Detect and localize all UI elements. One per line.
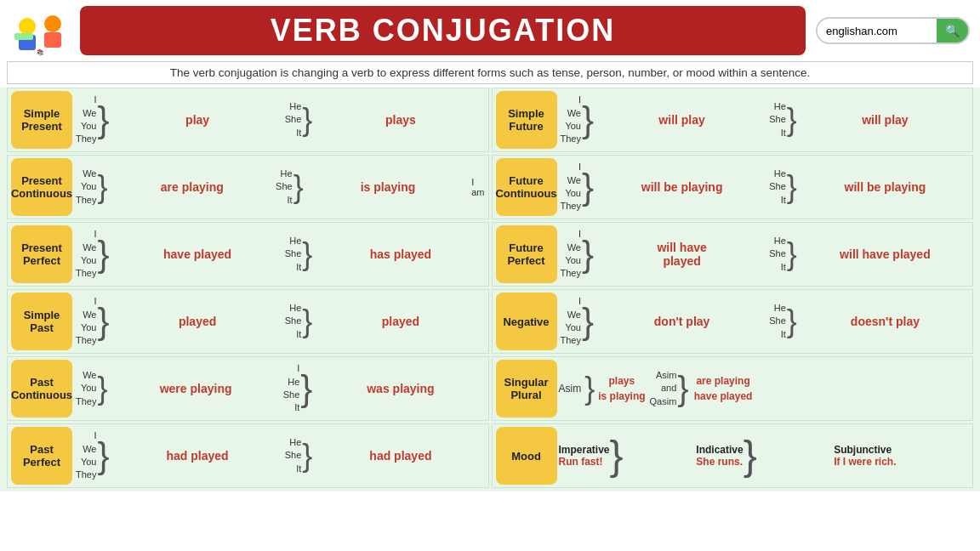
pronoun-list: HeSheIt <box>769 235 786 274</box>
brace-icon: } <box>302 105 312 135</box>
brace-icon: } <box>97 172 107 202</box>
search-input[interactable] <box>818 21 937 41</box>
pronoun-list: IWeYouThey <box>76 295 96 348</box>
pronoun-group: IWeYouThey } <box>76 429 111 482</box>
brace-icon: } <box>787 306 797 337</box>
tense-row-mood: Mood Imperative Run fast! } Indicative <box>492 423 974 488</box>
mood-example: If I were rich. <box>834 456 896 468</box>
pronoun-group: WeYouThey } <box>76 168 109 207</box>
title-box: VERB CONJUGATION <box>80 6 806 55</box>
tense-row: SimpleFuture IWeYouThey } will play HeSh… <box>492 88 974 152</box>
verb-form-1: will be playing <box>598 180 766 194</box>
tense-label: PastPerfect <box>11 427 72 485</box>
verb-form-1: play <box>114 113 282 127</box>
pronoun-group: IWeYouThey } <box>561 94 595 146</box>
svg-point-1 <box>44 15 61 32</box>
pronoun-group: HeSheIt } <box>285 302 314 341</box>
tense-row: PastPerfect IWeYouThey } had played HeSh… <box>7 423 489 488</box>
verb-form-2: will be playing <box>801 180 969 194</box>
pronoun-list: IWeYouThey <box>561 295 581 348</box>
verb-form-1: were playing <box>112 382 280 395</box>
verb-form-2: is playing <box>308 180 469 194</box>
tense-label: Negative <box>496 293 557 350</box>
brace-icon: } <box>97 304 109 339</box>
verb-form-2: played <box>316 315 484 328</box>
search-button[interactable]: 🔍 <box>937 19 968 43</box>
pronoun-list: WeYouThey <box>76 168 96 207</box>
pronoun-list: HeSheIt <box>285 100 302 139</box>
verb-form-2: will play <box>801 113 969 127</box>
subtitle: The verb conjugation is changing a verb … <box>7 61 973 84</box>
mood-item: Imperative Run fast! } <box>559 435 694 476</box>
pronoun-list: IWeYouThey <box>561 161 581 213</box>
brace-icon: } <box>97 236 109 272</box>
tense-row: PresentPerfect IWeYouThey } have played … <box>7 222 489 287</box>
mood-title: Imperative <box>559 444 610 456</box>
mood-brace: } <box>744 435 757 476</box>
pronoun-list: HeSheIt <box>769 302 786 341</box>
brace-icon: } <box>582 102 594 138</box>
brace-icon: } <box>97 102 109 138</box>
tense-row-sp: SingularPlural Asim } playsis playing As… <box>492 356 974 421</box>
plural-names-group: AsimandQasim } <box>650 369 690 408</box>
pronoun-list: IHeSheIt <box>283 362 300 415</box>
pronoun-list: IWeYouThey <box>561 228 581 281</box>
pronoun-list: HeSheIt <box>769 168 786 207</box>
pronoun-group: HeSheIt } <box>769 302 798 341</box>
pronoun-list: HeSheIt <box>276 168 293 207</box>
tense-row: SimplePast IWeYouThey } played HeSheIt }… <box>7 289 489 354</box>
pronoun-list: IWeYouThey <box>76 429 96 482</box>
tense-row: FutureContinuous IWeYouThey } will be pl… <box>492 155 974 219</box>
search-bar[interactable]: 🔍 <box>816 17 970 44</box>
tense-row: PastContinuous WeYouThey } were playing … <box>7 356 489 421</box>
mood-item: Subjunctive If I were rich. <box>834 444 969 468</box>
mood-text-group: Subjunctive If I were rich. <box>834 444 896 468</box>
pronoun-group: IWeYouThey } <box>76 295 111 348</box>
pronoun-list: HeSheIt <box>285 235 302 274</box>
verb-form-2: was playing <box>316 382 484 395</box>
pronoun-group: WeYouThey } <box>76 369 109 408</box>
tense-label: PresentContinuous <box>11 158 72 216</box>
pronoun-group: IWeYouThey } <box>561 295 595 348</box>
pronoun-group: HeSheIt } <box>285 235 314 274</box>
pronoun-group: HeSheIt } <box>769 235 798 274</box>
pronoun-list: WeYouThey <box>76 369 96 408</box>
pronoun-list: HeSheIt <box>769 100 786 139</box>
tense-row: SimplePresent IWeYouThey } play HeSheIt … <box>7 88 489 152</box>
pronoun-group: HeSheIt } <box>285 100 314 139</box>
pronoun-list: HeSheIt <box>285 436 302 475</box>
verb-form-2: had played <box>316 449 484 463</box>
plural-names: AsimandQasim <box>650 369 677 408</box>
pronoun-group: IHeSheIt } <box>283 362 314 415</box>
brace-icon: } <box>300 371 312 406</box>
tense-row: Negative IWeYouThey } don't play HeSheIt… <box>492 289 974 354</box>
pronoun-group: HeSheIt } <box>276 168 305 207</box>
pronoun-group: IWeYouThey } <box>76 228 111 281</box>
mood-title: Subjunctive <box>834 444 896 456</box>
brace-icon: } <box>787 172 797 202</box>
page-title: VERB CONJUGATION <box>271 13 615 48</box>
mood-example: She runs. <box>696 456 743 468</box>
tense-label: FutureContinuous <box>496 158 557 216</box>
singular-forms: playsis playing <box>598 373 645 404</box>
pronoun-group: IWeYouThey } <box>561 228 595 281</box>
mood-brace: } <box>610 435 624 476</box>
tense-row: FuturePerfect IWeYouThey } will have pla… <box>492 222 974 287</box>
svg-rect-4 <box>14 33 33 40</box>
brace-icon: } <box>302 306 312 337</box>
verb-form-1: don't play <box>598 315 766 328</box>
svg-text:📚: 📚 <box>37 48 44 56</box>
brace-icon: } <box>787 239 797 270</box>
brace-icon: } <box>302 239 312 270</box>
brace-icon: } <box>97 373 107 404</box>
extra-pronoun: Iam <box>471 177 484 197</box>
verb-form-1: will play <box>598 113 766 127</box>
pronoun-list: IWeYouThey <box>76 94 96 146</box>
main-grid: SimplePresent IWeYouThey } play HeSheIt … <box>0 88 980 491</box>
sp-brace1: } <box>584 373 595 404</box>
pronoun-group: HeSheIt } <box>769 168 798 207</box>
mood-example: Run fast! <box>559 456 610 468</box>
brace-icon: } <box>302 440 312 471</box>
pronoun-list: IWeYouThey <box>76 228 96 281</box>
mood-title: Indicative <box>696 444 743 456</box>
